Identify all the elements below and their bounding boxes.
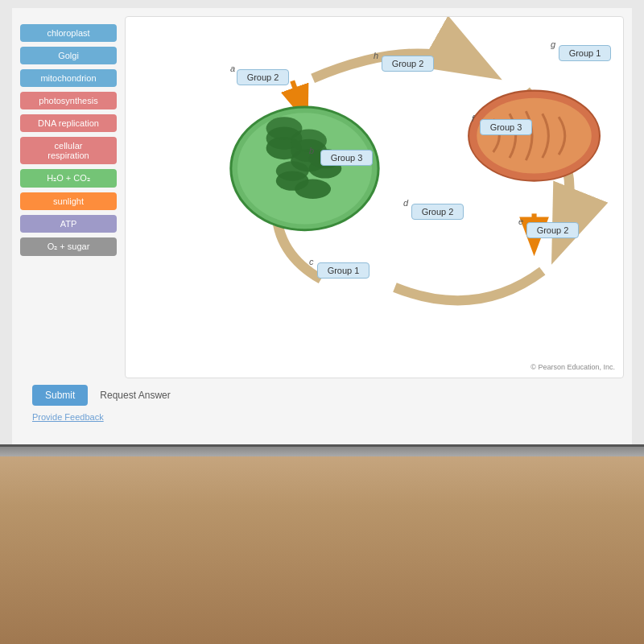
svg-point-14 [276,171,309,190]
screen-content: chloroplast Golgi mitochondrion photosyn… [12,8,632,444]
label-chloroplast[interactable]: chloroplast [20,24,117,42]
pos-b: b [309,146,314,155]
label-o2-sugar[interactable]: O₂ + sugar [20,237,117,256]
group-box-h[interactable]: Group 2 [382,56,434,72]
request-answer-button[interactable]: Request Answer [100,390,170,401]
pos-f: f [472,114,474,123]
diagram-area: a Group 2 b Group 3 c Group 1 d Group 2 … [125,16,624,378]
label-sidebar: chloroplast Golgi mitochondrion photosyn… [20,16,117,378]
pos-g: g [551,39,555,49]
group-box-f[interactable]: Group 3 [480,119,532,135]
pos-h: h [374,51,378,60]
group-box-a[interactable]: Group 2 [237,69,289,85]
svg-point-4 [231,107,378,230]
svg-point-18 [477,98,592,174]
label-dna-replication[interactable]: DNA replication [20,114,117,132]
label-cellular-respiration[interactable]: cellular respiration [20,137,117,164]
svg-point-17 [469,91,600,181]
label-golgi[interactable]: Golgi [20,47,117,64]
copyright-text: © Pearson Education, Inc. [530,363,615,371]
svg-point-5 [237,113,372,224]
pos-d: d [403,198,408,208]
svg-point-7 [266,126,303,150]
keyboard-area: MacBook Air ☀F2 ⊞F3 F4 F5 F6 ⏮F7 ⏯F8 ⏭F9… [0,447,644,644]
laptop-screen: chloroplast Golgi mitochondrion photosyn… [0,0,644,447]
group-box-g[interactable]: Group 1 [559,45,611,61]
group-box-d[interactable]: Group 2 [411,204,464,220]
svg-point-6 [266,137,303,160]
svg-point-8 [266,117,303,140]
label-sunlight[interactable]: sunlight [20,192,117,210]
diagram-svg [126,17,623,378]
group-box-c[interactable]: Group 1 [317,262,369,279]
svg-point-15 [276,161,309,180]
pos-e: e [518,217,523,226]
pos-c: c [309,257,314,266]
submit-button[interactable]: Submit [32,385,88,406]
bottom-bar: Submit Request Answer [20,378,624,412]
label-h2o-co2[interactable]: H₂O + CO₂ [20,169,117,188]
label-photosynthesis[interactable]: photosynthesis [20,92,117,109]
group-box-e[interactable]: Group 2 [526,222,579,238]
provide-feedback-link[interactable]: Provide Feedback [20,412,624,428]
pos-a: a [230,64,235,73]
svg-point-16 [295,180,331,199]
group-box-b[interactable]: Group 3 [320,150,373,166]
svg-line-2 [292,80,304,115]
main-area: chloroplast Golgi mitochondrion photosyn… [20,16,624,378]
label-atp[interactable]: ATP [20,215,117,233]
label-mitochondrion[interactable]: mitochondrion [20,69,117,87]
